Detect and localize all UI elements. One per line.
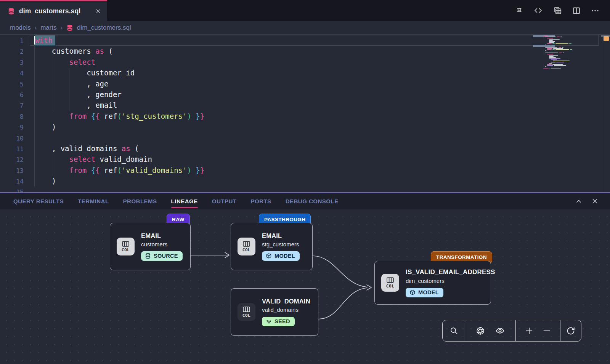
tab-title: dim_customers.sql (19, 7, 80, 15)
lineage-node-dim-customers[interactable]: COL IS_VALID_EMAIL_ADDRESS dim_customers… (374, 261, 491, 305)
minimap-line (554, 65, 566, 66)
source-badge[interactable]: SOURCE (141, 251, 183, 261)
tab-dim-customers[interactable]: dim_customers.sql (0, 0, 107, 21)
breadcrumb-marts[interactable]: marts (40, 24, 57, 32)
code-text: from {{ ref('stg_customers') }} (24, 112, 204, 120)
code-line[interactable]: 7 , email (0, 100, 610, 110)
line-number: 1 (0, 36, 24, 46)
zoom-in-icon[interactable] (525, 326, 534, 335)
line-number: 12 (0, 155, 24, 165)
breadcrumb-models[interactable]: models (10, 24, 31, 32)
breadcrumb-file[interactable]: dim_customers.sql (77, 24, 131, 32)
minimap-line (549, 69, 551, 69)
minimap-line (545, 47, 557, 48)
table-copy-icon[interactable] (552, 6, 562, 16)
refresh-icon[interactable] (566, 326, 575, 335)
panel-tabs: QUERY RESULTSTERMINALPROBLEMSLINEAGEOUTP… (13, 193, 339, 209)
panel-tab-ports[interactable]: PORTS (250, 193, 271, 209)
node-title: EMAIL (262, 232, 282, 239)
code-text: , age (24, 80, 108, 88)
cube-icon (266, 253, 272, 259)
code-line[interactable]: 8 from {{ ref('stg_customers') }} (0, 111, 610, 121)
line-number: 9 (0, 122, 24, 133)
minimap-line (569, 43, 571, 44)
code-line[interactable]: 4 customer_id (0, 67, 610, 78)
code-editor[interactable]: 1with2 customers as (3 select4 customer_… (0, 35, 610, 192)
columns-icon (387, 277, 394, 283)
code-line[interactable]: 14 ) (0, 176, 610, 186)
minimap-line (555, 49, 569, 50)
line-number: 15 (0, 187, 24, 192)
minimap[interactable] (543, 35, 586, 72)
panel-tab-query-results[interactable]: QUERY RESULTS (13, 193, 64, 209)
collapse-panel-icon[interactable] (575, 198, 583, 205)
seedling-icon (266, 318, 272, 324)
line-number: 7 (0, 101, 24, 111)
minimap-line (545, 37, 556, 37)
lineage-node-valid-domains[interactable]: COL VALID_DOMAIN valid_domains SEED (231, 288, 318, 336)
code-text: , valid_domains as ( (24, 144, 139, 153)
panel-tab-problems[interactable]: PROBLEMS (123, 193, 157, 209)
zoom-out-icon[interactable] (542, 326, 551, 335)
code-line[interactable]: 6 , gender (0, 89, 610, 100)
minimap-line (543, 69, 549, 69)
indent-guide (34, 46, 35, 187)
code-line[interactable]: 15 (0, 186, 610, 192)
search-icon[interactable] (449, 326, 458, 335)
aperture-icon[interactable] (476, 326, 485, 335)
code-line[interactable]: 3 select (0, 57, 610, 67)
minimap-line (551, 69, 561, 69)
seed-badge[interactable]: SEED (262, 317, 295, 326)
line-number: 10 (0, 133, 24, 144)
minimap-line (562, 47, 563, 48)
model-badge[interactable]: MODEL (406, 288, 443, 297)
code-text: select valid_domain (24, 155, 152, 163)
indent-guide (52, 57, 52, 111)
minimap-line (543, 35, 548, 36)
code-icon[interactable] (533, 6, 543, 15)
line-number: 2 (0, 46, 24, 57)
ellipsis-icon[interactable] (591, 6, 600, 15)
minimap-line (547, 54, 553, 54)
model-badge[interactable]: MODEL (262, 251, 300, 261)
columns-icon (122, 241, 129, 247)
code-text: customer_id (24, 69, 135, 77)
code-text: ) (24, 177, 56, 185)
code-text: , gender (24, 90, 122, 99)
panel-tab-output[interactable]: OUTPUT (212, 193, 237, 209)
minimap-line (549, 42, 554, 43)
minimap-line (545, 45, 546, 45)
close-panel-icon[interactable] (591, 198, 599, 205)
split-editor-icon[interactable] (572, 6, 581, 15)
scrollbar-track (602, 35, 602, 192)
code-lines: 1with2 customers as (3 select4 customer_… (0, 35, 610, 192)
code-line[interactable]: 10 (0, 133, 610, 143)
breadcrumb: models › marts › dim_customers.sql (0, 21, 610, 35)
panel-tab-lineage[interactable]: LINEAGE (171, 193, 198, 209)
lineage-node-stg-customers[interactable]: COL EMAIL stg_customers MODEL (231, 223, 313, 270)
code-line[interactable]: 13 from {{ ref('valid_domains') }} (0, 165, 610, 176)
code-line[interactable]: 5 , age (0, 78, 610, 89)
code-line[interactable]: 12 select valid_domain (0, 154, 610, 164)
minimap-line (549, 39, 560, 40)
line-number: 5 (0, 79, 24, 90)
panel-tab-terminal[interactable]: TERMINAL (78, 193, 109, 209)
minimap-line (560, 37, 562, 37)
minimap-line (559, 47, 561, 48)
minimap-line (563, 53, 564, 53)
code-line[interactable]: 9 ) (0, 121, 610, 132)
lineage-node-customers[interactable]: COL EMAIL customers SOURCE (110, 223, 191, 270)
minimap-line (547, 49, 552, 50)
lineage-canvas[interactable]: RAW PASSTHROUGH TRANSFORMATION COL EMAIL… (0, 209, 610, 364)
minimap-line (555, 43, 568, 44)
code-line[interactable]: 2 customers as ( (0, 46, 610, 56)
eye-icon[interactable] (495, 326, 505, 335)
panel-tab-debug-console[interactable]: DEBUG CONSOLE (286, 193, 339, 209)
close-tab-icon[interactable] (95, 8, 101, 14)
minimap-line (549, 40, 553, 41)
node-subtitle: valid_domains (262, 307, 299, 313)
code-line[interactable]: 11 , valid_domains as ( (0, 143, 610, 154)
code-line[interactable]: 1with (0, 35, 610, 46)
line-number: 11 (0, 144, 24, 155)
dbt-logo-icon[interactable] (514, 6, 524, 15)
